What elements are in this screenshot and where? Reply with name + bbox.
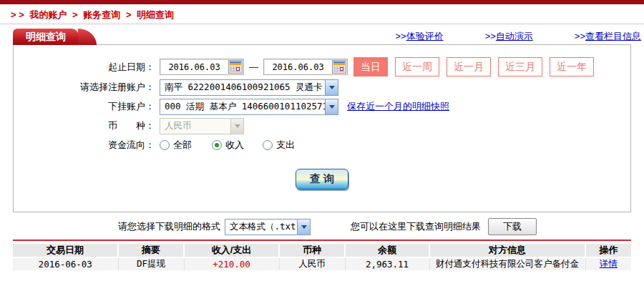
download-format-label: 请您选择下载明细的格式 [118,220,220,233]
date-range-dash: — [249,61,258,72]
breadcrumb-separator: > [126,9,132,20]
sub-account-select[interactable]: 000 活期 基本户 1406600101102571848 [160,99,338,115]
result-table: 交易日期 摘要 收入/支出 币种 余额 对方信息 操作 2016-06-03 D… [13,244,631,270]
quick-button-today[interactable]: 当日 [353,57,388,77]
tab-detail-query[interactable]: 明细查询 [13,29,79,45]
flow-radio-group: 全部 收入 支出 [160,139,295,152]
header-balance: 余额 [345,244,429,257]
cell-action: 详情 [585,257,631,270]
link-view-column-info[interactable]: >>查看栏目信息 [575,30,641,43]
currency-select: 人民币 [160,118,244,134]
header-trade-date: 交易日期 [13,244,118,257]
currency-value: 人民币 [160,120,230,132]
date-range-row: 起止日期： 2016.06.03 — 2016.06.03 当日 近一周 近一月 [14,57,630,77]
date-range-label: 起止日期： [14,61,155,74]
currency-label: 币 种： [14,119,155,132]
tab-title: 明细查询 [26,31,66,44]
header-currency: 币种 [279,244,345,257]
flow-direction-row: 资金流向： 全部 收入 支出 [14,137,630,154]
cell-summary: DF提现 [118,257,184,270]
sub-account-value: 000 活期 基本户 1406600101102571848 [160,101,325,113]
quick-button-month[interactable]: 近一月 [447,57,491,77]
query-form: 起止日期： 2016.06.03 — 2016.06.03 当日 近一周 近一月 [14,45,630,189]
cell-trade-date: 2016-06-03 [13,257,118,270]
link-label: 查看栏目信息 [585,31,641,41]
query-button-row: 查 询 [14,169,630,189]
download-button[interactable]: 下载 [488,218,537,235]
radio-all-label[interactable]: 全部 [173,139,192,152]
date-from-input[interactable]: 2016.06.03 [160,59,244,75]
header-summary: 摘要 [118,244,184,257]
calendar-icon[interactable] [228,60,243,74]
breadcrumb-item-my-account[interactable]: 我的账户 [29,9,67,20]
header-counterparty: 对方信息 [429,244,585,257]
link-prefix: >> [485,31,496,41]
breadcrumb-divider [0,24,644,24]
chevron-down-icon [230,119,243,134]
save-snapshot-link[interactable]: 保存近一个月的明细快照 [347,100,449,113]
link-auto-demo[interactable]: >>自动演示 [485,30,533,43]
link-label: 体验评价 [406,31,444,41]
breadcrumb-item-account-query[interactable]: 账务查询 [83,9,120,20]
radio-all[interactable] [160,140,170,150]
quick-button-week[interactable]: 近一周 [395,57,439,77]
breadcrumb-arrows: > > [11,9,24,20]
table-row: 2016-06-03 DF提现 +210.00 人民币 2,963.11 财付通… [13,257,631,270]
sub-account-row: 下挂账户： 000 活期 基本户 1406600101102571848 保存近… [14,98,630,115]
header-income-expense: 收入/支出 [184,244,279,257]
cell-currency: 人民币 [279,257,345,270]
breadcrumb: > > 我的账户 > 账务查询 > 明细查询 [11,9,177,21]
download-row: 请您选择下载明细的格式 文本格式（.txt） 您可以在这里下载查询明细结果 下载 [0,217,644,237]
cell-amount: +210.00 [184,257,279,270]
date-to-value: 2016.06.03 [264,62,332,72]
radio-expense[interactable] [263,140,273,150]
flow-direction-label: 资金流向： [14,139,155,152]
date-from-value: 2016.06.03 [160,62,228,72]
quick-button-quarter[interactable]: 近三月 [498,57,542,77]
top-links: >>体验评价 >>自动演示 >>查看栏目信息 [395,30,641,43]
cell-counterparty: 财付通支付科技有限公司客户备付金 [429,257,585,270]
register-account-row: 请选择注册账户： 南平 6222001406100921065 灵通卡 [14,79,630,96]
radio-income[interactable] [212,140,222,150]
date-to-input[interactable]: 2016.06.03 [263,59,348,75]
link-experience-rating[interactable]: >>体验评价 [395,30,443,43]
register-account-label: 请选择注册账户： [14,81,155,94]
breadcrumb-item-detail-query[interactable]: 明细查询 [137,9,174,20]
link-prefix: >> [395,31,406,41]
header-action: 操作 [585,244,631,257]
register-account-value: 南平 6222001406100921065 灵通卡 [160,82,325,94]
currency-row: 币 种： 人民币 [14,117,630,134]
chevron-down-icon[interactable] [297,220,310,235]
query-form-panel: 起止日期： 2016.06.03 — 2016.06.03 当日 近一周 近一月 [13,44,631,212]
chevron-down-icon[interactable] [325,80,338,95]
table-top-divider [13,240,631,241]
query-button[interactable]: 查 询 [296,169,348,189]
download-hint: 您可以在这里下载查询明细结果 [351,220,481,233]
top-red-bar [0,0,644,4]
radio-income-label[interactable]: 收入 [225,139,244,152]
breadcrumb-separator: > [72,9,78,20]
quick-button-year[interactable]: 近一年 [550,57,594,77]
sub-account-label: 下挂账户： [14,100,155,113]
register-account-select[interactable]: 南平 6222001406100921065 灵通卡 [160,79,338,96]
download-format-select[interactable]: 文本格式（.txt） [225,219,311,235]
link-prefix: >> [575,31,585,41]
download-format-value: 文本格式（.txt） [225,221,297,233]
link-label: 自动演示 [496,31,533,41]
calendar-icon[interactable] [332,60,346,74]
radio-expense-label[interactable]: 支出 [276,139,295,152]
cell-balance: 2,963.11 [345,257,429,270]
detail-link[interactable]: 详情 [600,259,618,269]
quick-range-buttons: 当日 近一周 近一月 近三月 近一年 [353,57,594,77]
chevron-down-icon[interactable] [325,99,338,114]
table-header-row: 交易日期 摘要 收入/支出 币种 余额 对方信息 操作 [13,244,631,257]
page: > > 我的账户 > 账务查询 > 明细查询 明细查询 >>体验评价 >>自动演… [0,0,644,291]
